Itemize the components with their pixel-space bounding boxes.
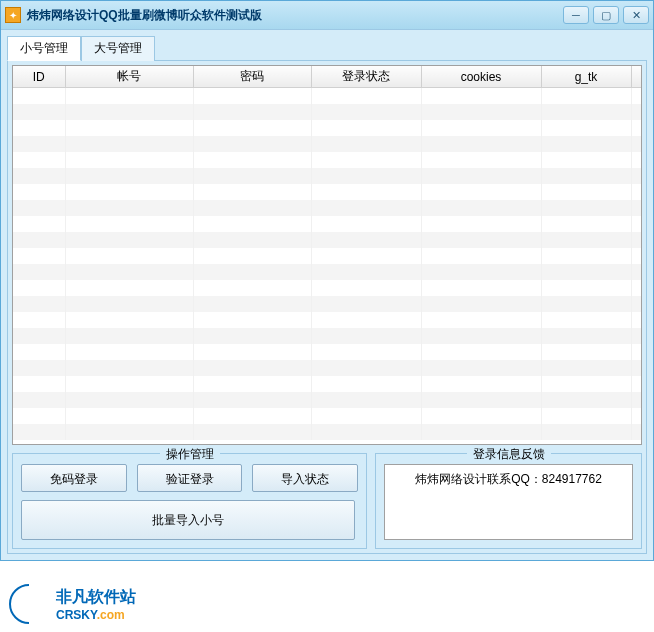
- table-row[interactable]: [13, 200, 641, 216]
- footer-brand: 非凡软件站 CRSKY.com: [56, 587, 136, 622]
- tab-strip: 小号管理 大号管理: [7, 36, 647, 61]
- table-row[interactable]: [13, 136, 641, 152]
- window-controls: ─ ▢ ✕: [563, 6, 649, 24]
- no-code-login-button[interactable]: 免码登录: [21, 464, 127, 492]
- import-status-button[interactable]: 导入状态: [252, 464, 358, 492]
- content-area: 小号管理 大号管理 ID 帐号 密码 登录状态 cookies: [1, 29, 653, 560]
- verify-login-button[interactable]: 验证登录: [137, 464, 243, 492]
- tab-big-account[interactable]: 大号管理: [81, 36, 155, 61]
- table-row[interactable]: [13, 360, 641, 376]
- app-window: ✦ 炜炜网络设计QQ批量刷微博听众软件测试版 ─ ▢ ✕ 小号管理 大号管理: [0, 0, 654, 561]
- col-account[interactable]: 帐号: [65, 66, 193, 88]
- table-row[interactable]: [13, 280, 641, 296]
- table-row[interactable]: [13, 344, 641, 360]
- table-row[interactable]: [13, 312, 641, 328]
- table-row[interactable]: [13, 424, 641, 440]
- table-row[interactable]: [13, 152, 641, 168]
- table-header-row: ID 帐号 密码 登录状态 cookies g_tk: [13, 66, 641, 88]
- bottom-controls: 操作管理 免码登录 验证登录 导入状态 批量导入小号 登录信息反馈 炜炜网络设计…: [12, 453, 642, 549]
- minimize-button[interactable]: ─: [563, 6, 589, 24]
- col-gtk[interactable]: g_tk: [541, 66, 631, 88]
- footer-brand-en: CRSKY.com: [56, 608, 136, 622]
- table-row[interactable]: [13, 392, 641, 408]
- titlebar: ✦ 炜炜网络设计QQ批量刷微博听众软件测试版 ─ ▢ ✕: [1, 1, 653, 29]
- ops-fieldset: 操作管理 免码登录 验证登录 导入状态 批量导入小号: [12, 453, 367, 549]
- col-login-status[interactable]: 登录状态: [311, 66, 421, 88]
- account-table: ID 帐号 密码 登录状态 cookies g_tk: [13, 66, 642, 440]
- footer-watermark: 非凡软件站 CRSKY.com: [0, 576, 654, 632]
- table-row[interactable]: [13, 120, 641, 136]
- tab-small-account[interactable]: 小号管理: [7, 36, 81, 61]
- col-password[interactable]: 密码: [193, 66, 311, 88]
- maximize-button[interactable]: ▢: [593, 6, 619, 24]
- col-id[interactable]: ID: [13, 66, 65, 88]
- app-icon: ✦: [5, 7, 21, 23]
- feedback-text: 炜炜网络设计联系QQ：824917762: [415, 472, 602, 486]
- feedback-fieldset: 登录信息反馈 炜炜网络设计联系QQ：824917762: [375, 453, 642, 549]
- table-row[interactable]: [13, 248, 641, 264]
- close-button[interactable]: ✕: [623, 6, 649, 24]
- feedback-legend: 登录信息反馈: [467, 446, 551, 463]
- table-row[interactable]: [13, 376, 641, 392]
- col-cookies[interactable]: cookies: [421, 66, 541, 88]
- ops-legend: 操作管理: [160, 446, 220, 463]
- table-row[interactable]: [13, 232, 641, 248]
- tab-panel: ID 帐号 密码 登录状态 cookies g_tk: [7, 60, 647, 554]
- table-row[interactable]: [13, 296, 641, 312]
- table-row[interactable]: [13, 104, 641, 120]
- batch-import-button[interactable]: 批量导入小号: [21, 500, 355, 540]
- window-title: 炜炜网络设计QQ批量刷微博听众软件测试版: [27, 7, 563, 24]
- table-row[interactable]: [13, 168, 641, 184]
- col-spacer: [631, 66, 641, 88]
- ops-button-row: 免码登录 验证登录 导入状态: [21, 464, 358, 492]
- table-row[interactable]: [13, 184, 641, 200]
- table-row[interactable]: [13, 88, 641, 104]
- account-table-wrap[interactable]: ID 帐号 密码 登录状态 cookies g_tk: [12, 65, 642, 445]
- table-row[interactable]: [13, 408, 641, 424]
- feedback-text-box: 炜炜网络设计联系QQ：824917762: [384, 464, 633, 540]
- footer-brand-cn: 非凡软件站: [56, 587, 136, 608]
- table-body: [13, 88, 641, 440]
- table-row[interactable]: [13, 328, 641, 344]
- table-row[interactable]: [13, 264, 641, 280]
- table-row[interactable]: [13, 216, 641, 232]
- crescent-icon: [8, 583, 50, 625]
